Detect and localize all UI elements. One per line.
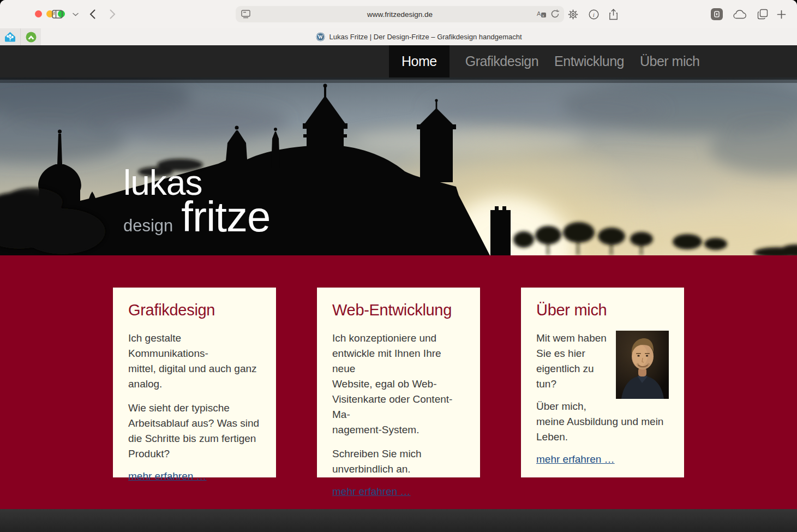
svg-text:i: i	[592, 11, 594, 18]
content-section: Grafikdesign Ich gestalte Kommunikations…	[0, 255, 797, 509]
logo-fritze: fritze	[181, 195, 270, 238]
tab-overview-icon[interactable]	[755, 7, 770, 22]
site-navigation: Home Grafikdesign Entwicklung Über mich	[0, 45, 797, 77]
logo-design: design	[123, 216, 173, 236]
home-assistant-icon	[4, 32, 16, 42]
sidebar-toggle-icon[interactable]	[50, 7, 65, 22]
card-paragraph: Wie sieht der typische Arbeitsablauf aus…	[128, 401, 261, 462]
card-title: Über mich	[536, 301, 669, 319]
card-paragraph: Ich konzeptioniere und entwickle mit Ihn…	[332, 331, 465, 438]
card-paragraph: Mit wem haben Sie es hier eigentlich zu …	[536, 331, 607, 394]
mehr-erfahren-link[interactable]: mehr erfahren …	[536, 453, 615, 465]
reload-icon[interactable]	[551, 9, 560, 21]
card-grafikdesign: Grafikdesign Ich gestalte Kommunikations…	[113, 288, 276, 477]
tab-bar: W Lukas Fritze | Der Design-Fritze – Gra…	[0, 28, 797, 46]
browser-toolbar: www.fritzedesign.de A x	[0, 0, 797, 28]
reader-icon[interactable]	[241, 10, 250, 21]
card-paragraph: Ich gestalte Kommunikations- mittel, dig…	[128, 331, 261, 392]
address-bar[interactable]: www.fritzedesign.de A x	[236, 6, 564, 22]
pinned-tab-home-assistant[interactable]	[0, 28, 21, 45]
card-paragraph: Über mich, meine Ausbildung und mein Leb…	[536, 399, 669, 445]
mehr-erfahren-link[interactable]: mehr erfahren …	[332, 486, 411, 497]
info-icon[interactable]: i	[586, 7, 601, 22]
url-text[interactable]: www.fritzedesign.de	[236, 10, 564, 19]
nav-item-ueber-mich[interactable]: Über mich	[640, 45, 699, 77]
site-footer	[0, 509, 797, 532]
card-web-entwicklung: Web-Entwicklung Ich konzeptioniere und e…	[317, 288, 480, 477]
svg-text:x: x	[542, 14, 544, 17]
mehr-erfahren-link[interactable]: mehr erfahren …	[128, 470, 207, 482]
svg-text:A: A	[537, 10, 541, 17]
tab-title: Lukas Fritze | Der Design-Fritze – Grafi…	[329, 33, 522, 41]
password-extension-icon[interactable]	[709, 7, 724, 22]
castle-silhouette-graphic	[0, 77, 797, 255]
green-arrow-icon	[26, 32, 37, 43]
close-button[interactable]	[35, 10, 42, 17]
new-tab-icon[interactable]	[774, 7, 789, 22]
safari-window: www.fritzedesign.de A x	[0, 0, 797, 532]
wordpress-icon: W	[316, 32, 325, 41]
icloud-tabs-icon[interactable]	[732, 7, 747, 22]
svg-text:W: W	[318, 34, 323, 40]
nav-item-entwicklung[interactable]: Entwicklung	[554, 45, 624, 77]
nav-item-grafikdesign[interactable]: Grafikdesign	[465, 45, 538, 77]
site-logo: lukas design fritze	[123, 166, 270, 238]
back-button[interactable]	[85, 7, 100, 22]
active-tab[interactable]: W Lukas Fritze | Der Design-Fritze – Gra…	[41, 28, 797, 45]
share-icon[interactable]	[606, 7, 621, 22]
chevron-down-icon[interactable]	[68, 7, 83, 22]
card-title: Web-Entwicklung	[332, 301, 465, 319]
pinned-tab-green[interactable]	[21, 28, 41, 45]
translate-icon[interactable]: A x	[536, 9, 547, 21]
nav-item-home[interactable]: Home	[389, 45, 450, 77]
hero-image: lukas design fritze	[0, 77, 797, 255]
gear-icon[interactable]	[565, 7, 580, 22]
portrait-photo	[616, 331, 669, 399]
forward-button[interactable]	[105, 7, 120, 22]
card-ueber-mich: Über mich Mit wem haben Sie es hier eige…	[521, 288, 684, 477]
card-paragraph: Schreiben Sie mich unverbindlich an.	[332, 446, 465, 477]
card-title: Grafikdesign	[128, 301, 261, 319]
